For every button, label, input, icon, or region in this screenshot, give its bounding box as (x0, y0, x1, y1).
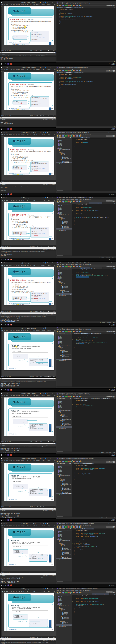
minimize-button[interactable]: ─ (108, 132, 110, 133)
save-icon[interactable]: 💾 (1, 197, 2, 198)
ribbon-tab-도움말[interactable]: 도움말 (32, 590, 35, 592)
ribbon-tab-삽입[interactable]: 삽입 (6, 264, 8, 266)
toolbar-icon-11[interactable] (74, 200, 75, 202)
twistie-icon[interactable]: ▸ (57, 405, 58, 406)
tree-item[interactable]: ◢src (56, 476, 72, 477)
notes-button[interactable]: ⌃ 슬라이드 노트 (28, 441, 34, 442)
ribbon-tab-스토리보딩[interactable]: 스토리보딩 (40, 330, 45, 331)
notes-button[interactable]: ⌃ 슬라이드 노트 (28, 50, 34, 51)
toolbar-icon-2[interactable] (60, 592, 61, 593)
close-button[interactable]: ✕ (54, 132, 56, 133)
scroll-thumb[interactable] (56, 72, 56, 77)
save-icon[interactable]: 💾 (1, 262, 2, 264)
notes-button[interactable]: ⌃ 슬라이드 노트 (28, 376, 34, 377)
tree-item[interactable]: ▸chap01 (56, 596, 72, 597)
more-icon[interactable]: ⌄ (7, 588, 8, 589)
ribbon-tab-스토리보딩[interactable]: 스토리보딩 (40, 460, 45, 462)
start-button[interactable] (1, 194, 2, 195)
eclipse-taskbar-icon[interactable]: e (8, 194, 9, 195)
ribbon-tab-Acrobat[interactable]: Acrobat (36, 264, 40, 266)
tree-item[interactable]: ◢exam04 (56, 556, 72, 557)
menu-navigate[interactable]: Navigate (70, 68, 74, 70)
zoom-slider[interactable]: −+ (44, 311, 52, 312)
tab-close-icon[interactable]: ✕ (88, 137, 89, 138)
menu-refactor[interactable]: Refactor (66, 3, 70, 4)
taskbar-clock[interactable]: 오후 7:302019-08-16 (111, 584, 115, 586)
explorer-tool-0[interactable]: ⇱ (68, 334, 68, 335)
toolbar-icon-12[interactable] (76, 396, 77, 397)
ribbon-tab-슬라이드 쇼[interactable]: 슬라이드 쇼 (21, 134, 26, 136)
tree-item[interactable]: JPeople.java (56, 286, 72, 287)
fit-slide-button[interactable]: ⛶ (55, 50, 56, 51)
editor-tab[interactable]: JComputerExample.java (89, 398, 101, 399)
toolbar-icon-10[interactable] (72, 526, 74, 528)
explorer-tool-1[interactable]: ⇲ (69, 204, 69, 205)
ribbon-tab-전환[interactable]: 전환 (13, 134, 15, 136)
start-button[interactable] (1, 454, 2, 456)
explorer-hscrollbar[interactable] (56, 581, 72, 582)
view-button-0[interactable]: ▭ (39, 115, 40, 116)
ribbon-tab-전환[interactable]: 전환 (13, 199, 15, 201)
tree-item[interactable]: ▸JRE System Library [JavaSE-11] (56, 605, 72, 606)
maximize-view[interactable]: ▣ (70, 528, 71, 529)
tree-item[interactable]: ▸chap02 (56, 272, 72, 273)
tree-item[interactable]: ▸exam01 (56, 153, 72, 154)
console-tool-3[interactable]: ▤ (46, 380, 47, 380)
menu-refactor[interactable]: Refactor (66, 329, 70, 330)
menu-window[interactable]: Window (85, 394, 89, 396)
tree-item[interactable]: JComputerExample.java (56, 358, 72, 360)
console-tab-label[interactable]: Console (2, 184, 5, 185)
zoom-percent[interactable]: 88% (53, 246, 55, 247)
language-label[interactable]: 한국어 (9, 311, 11, 312)
ribbon-tab-Acrobat[interactable]: Acrobat (36, 199, 40, 201)
share-button[interactable]: 👤 공유 (52, 264, 56, 266)
toolbar-icon-14[interactable] (79, 461, 80, 462)
console-tool-3[interactable]: ▤ (46, 119, 47, 120)
powerpoint-taskbar-icon[interactable]: P (10, 454, 12, 456)
menu-run[interactable]: Run (82, 134, 84, 135)
console-tool-8[interactable]: 🖫 (52, 575, 53, 576)
tree-item[interactable]: module-info.java (56, 559, 72, 560)
twistie-icon[interactable]: ▸ (57, 146, 58, 147)
view-button-2[interactable]: ▦ (42, 376, 42, 377)
console-tab-label[interactable]: Console (2, 314, 5, 315)
view-button-1[interactable]: ⊞ (40, 506, 41, 507)
ribbon-tab-삽입[interactable]: 삽입 (6, 395, 8, 396)
console-tab-label[interactable]: Console (2, 54, 5, 54)
menu-navigate[interactable]: Navigate (70, 134, 74, 135)
tree-item[interactable]: JStudent.java (56, 156, 72, 158)
undo-icon[interactable]: ↶ (3, 197, 4, 198)
console-tool-5[interactable]: ▧ (48, 119, 49, 120)
menu-run[interactable]: Run (82, 68, 84, 70)
toolbar-icon-8[interactable] (70, 396, 71, 397)
undo-icon[interactable]: ↶ (3, 2, 4, 3)
tree-item[interactable]: JCalculator.java (56, 552, 72, 553)
toolbar-icon-5[interactable] (65, 135, 66, 136)
menu-project[interactable]: Project (79, 329, 82, 330)
menu-run[interactable]: Run (82, 524, 84, 526)
tree-item[interactable]: ▸chap03 (56, 142, 72, 144)
zoom-track[interactable] (45, 311, 51, 312)
redo-icon[interactable]: ↷ (4, 197, 5, 198)
ribbon-tab-디자인[interactable]: 디자인 (9, 69, 12, 70)
tree-item[interactable]: JAirPlane.java (56, 622, 72, 623)
toolbar-icon-10[interactable] (72, 70, 74, 71)
task-view-icon[interactable]: ⧉ (6, 63, 6, 65)
twistie-icon[interactable]: ◢ (58, 216, 59, 216)
twistie-icon[interactable]: ◢ (60, 480, 61, 481)
menu-project[interactable]: Project (79, 199, 82, 200)
console-tool-10[interactable]: ─ (54, 510, 55, 511)
twistie-icon[interactable]: ▸ (57, 532, 58, 533)
ribbon-tab-검토[interactable]: 검토 (27, 330, 28, 331)
twistie-icon[interactable]: ▸ (57, 142, 58, 142)
toolbar-icon-5[interactable] (65, 461, 66, 462)
twistie-icon[interactable]: ▸ (57, 536, 58, 537)
menu-source[interactable]: Source (62, 590, 65, 591)
minimize-editor[interactable]: ─ (114, 138, 114, 138)
tree-item[interactable]: ▸chap03 (56, 468, 72, 470)
console-tab-close[interactable]: ✕ (6, 184, 6, 185)
ribbon-tab-디자인[interactable]: 디자인 (9, 199, 12, 201)
memo-button[interactable]: 🗨 메모 (35, 180, 38, 182)
maximize-view[interactable]: ▣ (70, 398, 71, 399)
menu-navigate[interactable]: Navigate (70, 524, 74, 526)
